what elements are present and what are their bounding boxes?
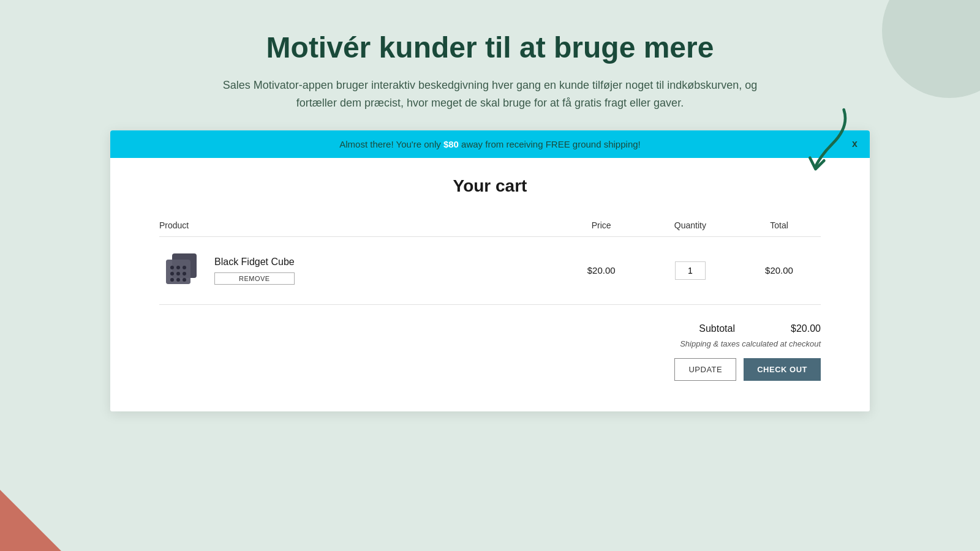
page-title: Motivér kunder til at bruge mere — [266, 31, 714, 64]
cart-title: Your cart — [159, 176, 821, 196]
product-info: Black Fidget Cube REMOVE — [214, 257, 295, 285]
promo-highlight: $80 — [443, 139, 459, 149]
product-cell: Black Fidget Cube REMOVE — [159, 249, 560, 292]
subtotal-label: Subtotal — [699, 323, 735, 334]
total-cell: $20.00 — [737, 236, 821, 304]
svg-point-5 — [183, 266, 186, 269]
subtotal-row: Subtotal $20.00 — [699, 323, 821, 334]
arrow-decoration — [796, 104, 858, 180]
promo-banner: Almost there! You're only $80 away from … — [110, 130, 870, 158]
promo-text-after: away from receiving FREE ground shipping… — [459, 139, 641, 149]
summary-actions: UPDATE CHECK OUT — [674, 358, 821, 381]
cart-body: Your cart Product Price Quantity Total — [110, 158, 870, 411]
svg-point-11 — [183, 278, 186, 282]
shipping-note: Shipping & taxes calculated at checkout — [680, 339, 821, 348]
cart-summary: Subtotal $20.00 Shipping & taxes calcula… — [159, 323, 821, 381]
svg-point-10 — [176, 278, 180, 282]
svg-point-3 — [170, 266, 174, 269]
product-name: Black Fidget Cube — [214, 257, 295, 268]
price-cell: $20.00 — [560, 236, 643, 304]
promo-text-before: Almost there! You're only — [339, 139, 443, 149]
table-row: Black Fidget Cube REMOVE $20.00 $20.00 — [159, 236, 821, 304]
svg-point-7 — [176, 272, 180, 276]
svg-point-4 — [176, 266, 180, 269]
remove-button[interactable]: REMOVE — [214, 272, 295, 285]
svg-point-9 — [170, 278, 174, 282]
update-button[interactable]: UPDATE — [674, 358, 736, 381]
svg-point-6 — [170, 272, 174, 276]
product-image — [159, 249, 202, 292]
checkout-button[interactable]: CHECK OUT — [744, 358, 821, 381]
promo-banner-text: Almost there! You're only $80 away from … — [339, 139, 640, 149]
col-product: Product — [159, 214, 560, 237]
quantity-input[interactable] — [675, 261, 706, 280]
col-total: Total — [737, 214, 821, 237]
cart-widget: Almost there! You're only $80 away from … — [110, 130, 870, 411]
svg-point-8 — [183, 272, 186, 276]
quantity-cell — [643, 236, 737, 304]
page-subtitle: Sales Motivator-appen bruger interaktiv … — [214, 77, 766, 112]
subtotal-value: $20.00 — [772, 323, 821, 334]
col-quantity: Quantity — [643, 214, 737, 237]
decorative-triangle — [0, 490, 61, 551]
cart-table: Product Price Quantity Total — [159, 214, 821, 305]
col-price: Price — [560, 214, 643, 237]
